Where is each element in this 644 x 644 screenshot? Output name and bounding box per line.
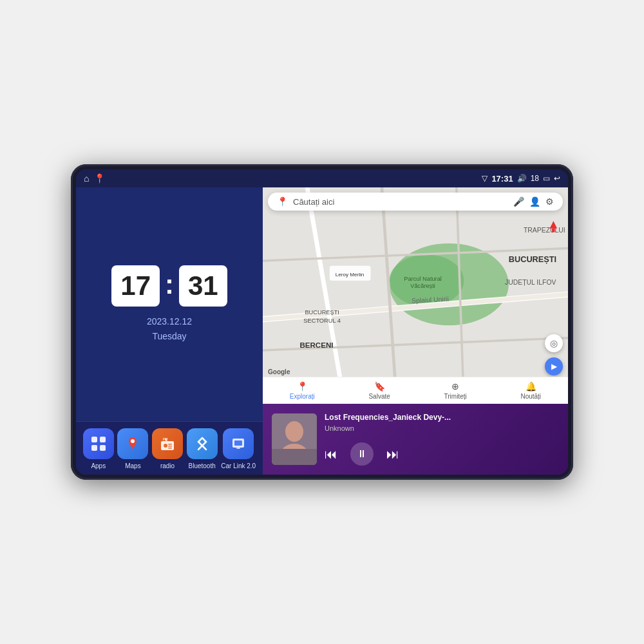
explore-label: Explorați xyxy=(290,393,315,400)
share-label: Trimiteți xyxy=(444,393,467,400)
map-search-bar[interactable]: 📍 Căutați aici 🎤 👤 ⚙ xyxy=(268,193,563,211)
app-item-maps[interactable]: Maps xyxy=(117,428,148,469)
svg-rect-41 xyxy=(272,449,317,465)
status-right-info: ▽ 17:31 🔊 18 ▭ ↩ xyxy=(482,174,560,184)
explore-icon: 📍 xyxy=(297,381,308,392)
album-art xyxy=(272,413,317,465)
account-icon[interactable]: 👤 xyxy=(529,196,540,207)
map-nav-news[interactable]: 🔔 Noutăți xyxy=(520,381,541,400)
svg-text:Leroy Merlin: Leroy Merlin xyxy=(336,272,365,278)
svg-rect-14 xyxy=(236,448,240,449)
map-search-actions: 🎤 👤 ⚙ xyxy=(513,196,554,207)
music-info: Lost Frequencies_Janieck Devy-... Unknow… xyxy=(325,413,559,466)
main-content: 17 : 31 2023.12.12 Tuesday xyxy=(76,187,568,475)
volume-icon: 🔊 xyxy=(517,174,527,183)
clock-widget: 17 : 31 2023.12.12 Tuesday xyxy=(76,187,263,421)
bluetooth-label: Bluetooth xyxy=(188,462,215,469)
clock-digits: 17 : 31 xyxy=(111,265,227,307)
svg-text:BUCUREȘTI: BUCUREȘTI xyxy=(305,309,339,316)
map-nav-share[interactable]: ⊕ Trimiteți xyxy=(444,381,467,400)
next-button[interactable]: ⏭ xyxy=(386,447,399,462)
status-time: 17:31 xyxy=(491,174,513,184)
signal-icon: ▽ xyxy=(482,174,488,183)
settings-icon[interactable]: ⚙ xyxy=(545,196,554,207)
microphone-icon[interactable]: 🎤 xyxy=(513,196,524,207)
clock-colon: : xyxy=(165,269,174,300)
share-icon: ⊕ xyxy=(451,381,459,392)
music-controls: ⏮ ⏸ ⏭ xyxy=(325,442,559,466)
app-item-bluetooth[interactable]: Bluetooth xyxy=(187,428,218,469)
svg-point-4 xyxy=(131,439,135,443)
bluetooth-icon xyxy=(187,428,218,459)
svg-text:BERCENI: BERCENI xyxy=(299,341,333,349)
svg-text:FM: FM xyxy=(163,437,167,441)
maps-label: Maps xyxy=(125,462,140,469)
svg-rect-37 xyxy=(552,229,555,232)
news-icon: 🔔 xyxy=(526,381,536,392)
maps-pin-icon: 📍 xyxy=(277,196,288,207)
battery-level: 18 xyxy=(531,174,539,183)
music-artist: Unknown xyxy=(325,424,559,432)
car-display-device: ⌂ 📍 ▽ 17:31 🔊 18 ▭ ↩ 17 : xyxy=(71,164,573,480)
maps-status-icon[interactable]: 📍 xyxy=(94,173,105,184)
svg-rect-1 xyxy=(100,437,106,442)
saved-icon: 🔖 xyxy=(374,381,385,392)
svg-rect-3 xyxy=(100,445,106,451)
svg-text:JUDEȚUL ILFOV: JUDEȚUL ILFOV xyxy=(505,279,556,286)
saved-label: Salvate xyxy=(368,393,390,400)
clock-date: 2023.12.12 Tuesday xyxy=(147,314,192,343)
map-svg: Splaiul Unirii Parcul Natural Văcărești … xyxy=(263,187,568,404)
svg-rect-8 xyxy=(168,446,172,447)
home-icon[interactable]: ⌂ xyxy=(84,173,89,184)
svg-rect-7 xyxy=(168,444,172,445)
clock-minute: 31 xyxy=(179,265,227,307)
apps-label: Apps xyxy=(91,462,106,469)
svg-rect-0 xyxy=(91,437,97,442)
svg-text:SECTORUL 4: SECTORUL 4 xyxy=(303,317,341,324)
google-logo: Google xyxy=(268,368,290,375)
svg-rect-9 xyxy=(168,448,172,449)
svg-text:BUCUREȘTI: BUCUREȘTI xyxy=(509,254,556,264)
battery-icon: ▭ xyxy=(543,174,550,183)
status-bar: ⌂ 📍 ▽ 17:31 🔊 18 ▭ ↩ xyxy=(76,169,568,187)
clock-date-value: 2023.12.12 xyxy=(147,314,192,328)
map-navigate-btn[interactable]: ▶ xyxy=(545,357,563,375)
svg-text:Parcul Natural: Parcul Natural xyxy=(404,276,442,282)
maps-icon xyxy=(117,428,148,459)
right-panel: Splaiul Unirii Parcul Natural Văcărești … xyxy=(263,187,568,475)
svg-rect-13 xyxy=(234,440,242,446)
play-pause-button[interactable]: ⏸ xyxy=(350,442,374,466)
map-nav-explore[interactable]: 📍 Explorați xyxy=(290,381,315,400)
map-container: Splaiul Unirii Parcul Natural Văcărești … xyxy=(263,187,568,404)
svg-point-6 xyxy=(164,444,167,448)
carlink-label: Car Link 2.0 xyxy=(221,462,256,469)
carlink-icon xyxy=(223,428,254,459)
apps-row: Apps Maps xyxy=(76,421,263,475)
app-item-carlink[interactable]: Car Link 2.0 xyxy=(221,428,256,469)
back-icon[interactable]: ↩ xyxy=(554,174,560,183)
svg-rect-2 xyxy=(91,445,97,451)
map-nav-saved[interactable]: 🔖 Salvate xyxy=(368,381,390,400)
prev-button[interactable]: ⏮ xyxy=(325,447,337,462)
news-label: Noutăți xyxy=(520,393,541,400)
music-title: Lost Frequencies_Janieck Devy-... xyxy=(325,413,559,422)
car-screen: ⌂ 📍 ▽ 17:31 🔊 18 ▭ ↩ 17 : xyxy=(76,169,568,475)
svg-text:TRAPEZULUI: TRAPEZULUI xyxy=(524,227,565,234)
svg-point-39 xyxy=(285,421,303,442)
map-widget[interactable]: Splaiul Unirii Parcul Natural Văcărești … xyxy=(263,187,568,404)
map-compass[interactable]: ◎ xyxy=(545,334,563,352)
map-bottom-nav: 📍 Explorați 🔖 Salvate ⊕ Trimiteți xyxy=(263,377,568,404)
apps-icon xyxy=(83,428,114,459)
music-widget: Lost Frequencies_Janieck Devy-... Unknow… xyxy=(263,404,568,475)
map-search-placeholder: Căutați aici xyxy=(293,197,508,207)
clock-hour: 17 xyxy=(111,265,160,307)
radio-label: radio xyxy=(160,462,175,469)
app-item-apps[interactable]: Apps xyxy=(83,428,114,469)
clock-day-value: Tuesday xyxy=(147,329,192,343)
app-item-radio[interactable]: FM radio xyxy=(152,428,183,469)
radio-icon: FM xyxy=(152,428,183,459)
status-left-icons: ⌂ 📍 xyxy=(84,173,105,184)
left-panel: 17 : 31 2023.12.12 Tuesday xyxy=(76,187,263,475)
svg-text:Văcărești: Văcărești xyxy=(410,283,435,289)
